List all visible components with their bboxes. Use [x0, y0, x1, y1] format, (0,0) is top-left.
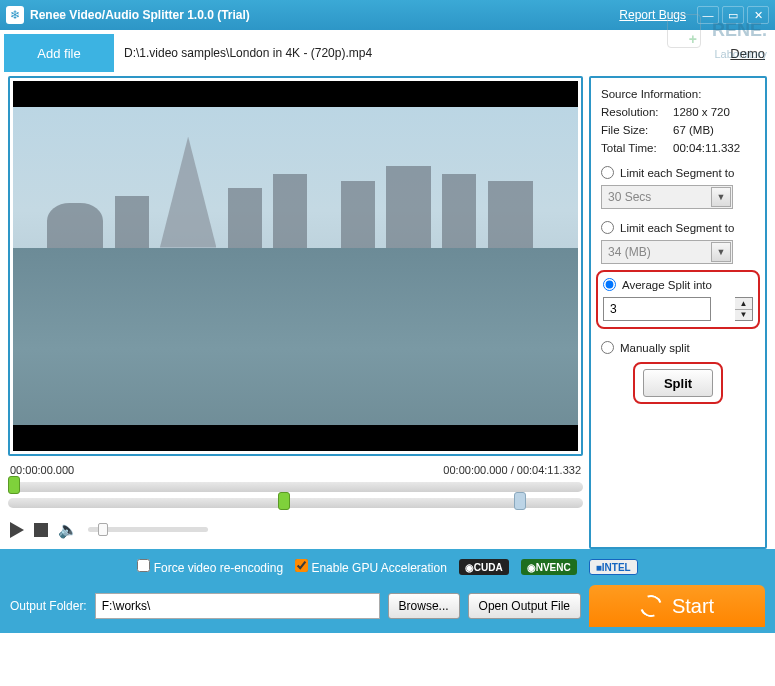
segment-handle-b[interactable] [514, 492, 526, 510]
resolution-label: Resolution: [601, 106, 673, 118]
scrub-slider[interactable] [8, 482, 583, 492]
source-info-heading: Source Information: [601, 88, 755, 100]
totaltime-value: 00:04:11.332 [673, 142, 740, 154]
manual-split-radio[interactable] [601, 341, 614, 354]
volume-handle[interactable] [98, 523, 108, 536]
browse-button[interactable]: Browse... [388, 593, 460, 619]
avg-split-input[interactable] [603, 297, 711, 321]
enable-gpu-label: Enable GPU Acceleration [311, 561, 446, 575]
cuda-badge: ◉ CUDA [459, 559, 509, 575]
limit-time-radio[interactable] [601, 166, 614, 179]
limit-time-label: Limit each Segment to [620, 167, 734, 179]
start-button[interactable]: Start [589, 585, 765, 627]
stop-button[interactable] [34, 523, 48, 537]
resolution-value: 1280 x 720 [673, 106, 730, 118]
filesize-value: 67 (MB) [673, 124, 714, 136]
open-output-button[interactable]: Open Output File [468, 593, 581, 619]
file-path-label: D:\1.video samples\London in 4K - (720p)… [114, 46, 730, 60]
video-preview-frame [8, 76, 583, 456]
close-button[interactable]: ✕ [747, 6, 769, 24]
options-panel: Source Information: Resolution:1280 x 72… [589, 76, 767, 549]
timeline-start-label: 00:00:00.000 [10, 464, 74, 476]
split-button[interactable]: Split [643, 369, 713, 397]
demo-link[interactable]: Demo [730, 46, 765, 61]
volume-slider[interactable] [88, 527, 208, 532]
segment-slider[interactable] [8, 498, 583, 508]
totaltime-label: Total Time: [601, 142, 673, 154]
maximize-button[interactable]: ▭ [722, 6, 744, 24]
report-bugs-link[interactable]: Report Bugs [619, 8, 686, 22]
volume-icon[interactable]: 🔈 [58, 520, 78, 539]
avg-split-radio[interactable] [603, 278, 616, 291]
limit-size-select[interactable] [601, 240, 733, 264]
intel-badge: ■ INTEL [589, 559, 638, 575]
video-preview[interactable] [13, 81, 578, 451]
minimize-button[interactable]: — [697, 6, 719, 24]
limit-size-radio[interactable] [601, 221, 614, 234]
app-title: Renee Video/Audio Splitter 1.0.0 (Trial) [30, 8, 619, 22]
avg-split-label: Average Split into [622, 279, 712, 291]
force-reencode-label: Force video re-encoding [154, 561, 283, 575]
app-icon: ❄ [6, 6, 24, 24]
filesize-label: File Size: [601, 124, 673, 136]
output-folder-label: Output Folder: [10, 599, 87, 613]
nvenc-badge: ◉ NVENC [521, 559, 577, 575]
refresh-icon [636, 591, 665, 620]
force-reencode-checkbox[interactable] [137, 559, 150, 572]
manual-split-label: Manually split [620, 342, 690, 354]
spin-up-button[interactable]: ▲ [735, 298, 752, 310]
timeline-position-label: 00:00:00.000 / 00:04:11.332 [443, 464, 581, 476]
play-button[interactable] [10, 522, 24, 538]
spin-down-button[interactable]: ▼ [735, 310, 752, 321]
enable-gpu-checkbox[interactable] [295, 559, 308, 572]
add-file-button[interactable]: Add file [4, 34, 114, 72]
titlebar: ❄ Renee Video/Audio Splitter 1.0.0 (Tria… [0, 0, 775, 30]
segment-handle-a[interactable] [278, 492, 290, 510]
limit-size-label: Limit each Segment to [620, 222, 734, 234]
limit-time-select[interactable] [601, 185, 733, 209]
scrub-handle[interactable] [8, 476, 20, 494]
topbar: Add file D:\1.video samples\London in 4K… [0, 30, 775, 76]
output-folder-input[interactable] [95, 593, 380, 619]
